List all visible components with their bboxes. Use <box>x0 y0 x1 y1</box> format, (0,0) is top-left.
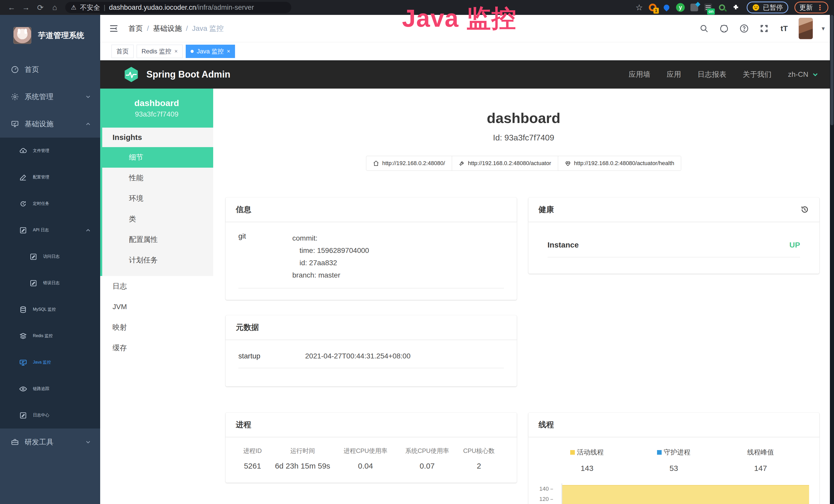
sba-menu-metrics[interactable]: 性能 <box>102 168 213 188</box>
chevron-up-icon <box>85 227 91 234</box>
tag-java-monitor[interactable]: Java 监控 × <box>186 45 235 58</box>
breadcrumb: 首页 / 基础设施 / Java 监控 <box>128 24 224 33</box>
health-url-button[interactable]: http://192.168.0.2:48080/actuator/health <box>558 156 681 171</box>
y-tick-120: 120 <box>536 496 553 502</box>
sba-menu-classes[interactable]: 类 <box>102 209 213 229</box>
cloud-upload-icon <box>19 146 28 156</box>
sba-menu-mappings[interactable]: 映射 <box>100 317 213 338</box>
toolbox-icon <box>10 437 20 447</box>
sidebar-item-system-management[interactable]: 系统管理 <box>0 83 100 110</box>
page-scrollbar[interactable] <box>830 15 834 504</box>
sba-nav-wallboard[interactable]: 应用墙 <box>629 70 650 79</box>
y-tick-140: 140 <box>536 485 553 492</box>
sidebar-item-access-log[interactable]: 访问日志 <box>0 244 100 270</box>
instance-label: Instance <box>548 240 579 249</box>
profile-paused-pill[interactable]: 已暂停 <box>747 2 788 13</box>
sidebar-item-error-log[interactable]: 错误日志 <box>0 270 100 296</box>
address-bar[interactable]: ⚠ 不安全 | dashboard.yudao.iocoder.cn/infra… <box>65 2 291 13</box>
thread-area-plot <box>562 483 809 504</box>
page-subtitle: Id: 93a3fc7f7409 <box>213 133 834 142</box>
metadata-card-title: 元数据 <box>236 322 259 333</box>
github-icon[interactable] <box>719 23 730 34</box>
extension-y-icon[interactable]: y <box>675 2 686 13</box>
instance-health-row[interactable]: Instance UP <box>548 236 800 257</box>
home-icon[interactable]: ⌂ <box>49 2 61 13</box>
search-icon[interactable] <box>698 23 710 34</box>
sba-content: dashboard Id: 93a3fc7f7409 http://192.16… <box>213 89 834 504</box>
breadcrumb-infrastructure[interactable]: 基础设施 <box>153 24 182 33</box>
close-icon[interactable]: × <box>227 48 230 55</box>
extension-refresh-icon[interactable]: 1 <box>647 2 658 13</box>
sba-menu-details[interactable]: 细节 <box>102 147 213 168</box>
pid-value: 5261 <box>235 462 270 471</box>
sidebar-item-dev-tools[interactable]: 研发工具 <box>0 429 100 456</box>
sidebar-item-home[interactable]: 首页 <box>0 56 100 83</box>
sba-brand-title[interactable]: Spring Boot Admin <box>147 69 231 80</box>
chevron-up-icon <box>85 121 91 127</box>
sidebar-item-redis-monitor[interactable]: Redis 监控 <box>0 323 100 349</box>
history-icon[interactable] <box>800 205 809 214</box>
app-logo-row[interactable]: 芋道管理系统 <box>0 15 100 56</box>
sidebar-item-infrastructure[interactable]: 基础设施 <box>0 110 100 138</box>
help-icon[interactable] <box>739 23 750 34</box>
sba-menu-config-props[interactable]: 配置属性 <box>102 229 213 250</box>
extension-switch-icon[interactable]: on <box>702 2 714 13</box>
page-url: dashboard.yudao.iocoder.cn/infra/admin-s… <box>109 4 254 12</box>
info-card-title: 信息 <box>236 204 251 215</box>
sidebar-item-api-log[interactable]: API 日志 <box>0 217 100 244</box>
sidebar-item-file-management[interactable]: 文件管理 <box>0 138 100 164</box>
update-browser-button[interactable]: 更新 ⋮ <box>794 2 828 13</box>
user-avatar[interactable] <box>798 18 813 39</box>
sidebar-item-scheduled-tasks[interactable]: 定时任务 <box>0 190 100 217</box>
extension-search-icon[interactable] <box>716 2 728 13</box>
tag-home[interactable]: 首页 <box>111 45 134 58</box>
infrastructure-monitor-icon <box>10 119 20 129</box>
git-info-row: git commit: time: 1596289704000 id: 27aa… <box>238 232 504 288</box>
browser-menu-icon[interactable]: ⋮ <box>816 3 824 12</box>
extension-pin-icon[interactable] <box>661 2 672 13</box>
sba-sidebar: dashboard 93a3fc7f7409 Insights 细节 性能 环境… <box>100 89 213 504</box>
sidebar-item-java-monitor[interactable]: Java 监控 <box>0 349 100 375</box>
sidebar-collapse-icon[interactable] <box>108 23 119 34</box>
breadcrumb-home[interactable]: 首页 <box>128 24 143 33</box>
system-cpu-value: 0.07 <box>396 462 458 471</box>
extension-grid-icon[interactable] <box>688 2 700 13</box>
service-url-button[interactable]: http://192.168.0.2:48080/ <box>366 156 452 171</box>
sba-nav-applications[interactable]: 应用 <box>667 70 681 79</box>
sba-menu-caches[interactable]: 缓存 <box>100 338 213 358</box>
actuator-url-button[interactable]: http://192.168.0.2:48080/actuator <box>452 156 558 171</box>
sidebar-item-mysql-monitor[interactable]: MySQL 监控 <box>0 296 100 323</box>
fullscreen-icon[interactable] <box>759 23 770 34</box>
log-center-icon <box>19 411 28 420</box>
sba-menu-jvm[interactable]: JVM <box>100 297 213 317</box>
sba-menu-environment[interactable]: 环境 <box>102 188 213 209</box>
endpoint-links: http://192.168.0.2:48080/ http://192.168… <box>213 156 834 171</box>
user-menu-caret-icon[interactable]: ▾ <box>822 25 825 32</box>
scrollbar-thumb[interactable] <box>830 15 833 125</box>
home-icon <box>373 160 379 166</box>
threads-card-title: 线程 <box>539 419 554 430</box>
sba-nav-about[interactable]: 关于我们 <box>743 70 772 79</box>
schedule-icon <box>19 199 28 208</box>
reload-icon[interactable]: ⟳ <box>35 2 46 13</box>
language-selector[interactable]: zh-CN <box>788 70 818 78</box>
sba-menu-logging[interactable]: 日志 <box>100 276 213 297</box>
java-monitor-icon <box>19 358 28 367</box>
emoji-face-icon <box>752 4 760 11</box>
heartbeat-icon <box>565 160 571 166</box>
sba-nav-journal[interactable]: 日志报表 <box>698 70 726 79</box>
app-sidebar: 芋道管理系统 首页 系统管理 基础设施 文件管理 <box>0 15 100 504</box>
back-icon[interactable]: ← <box>6 2 18 13</box>
extensions-puzzle-icon[interactable] <box>730 2 742 13</box>
tag-redis-monitor[interactable]: Redis 监控 × <box>137 45 183 58</box>
sidebar-item-log-center[interactable]: 日志中心 <box>0 402 100 429</box>
bookmark-star-icon[interactable]: ☆ <box>635 3 643 12</box>
sba-menu-scheduled-tasks[interactable]: 计划任务 <box>102 250 213 270</box>
gear-icon <box>10 92 20 101</box>
font-size-icon[interactable]: tT <box>778 23 790 34</box>
forward-icon[interactable]: → <box>20 2 32 13</box>
sidebar-item-config-management[interactable]: 配置管理 <box>0 164 100 190</box>
sidebar-item-trace[interactable]: 链路追踪 <box>0 375 100 402</box>
close-icon[interactable]: × <box>174 48 178 55</box>
instance-block[interactable]: dashboard 93a3fc7f7409 <box>100 89 213 128</box>
